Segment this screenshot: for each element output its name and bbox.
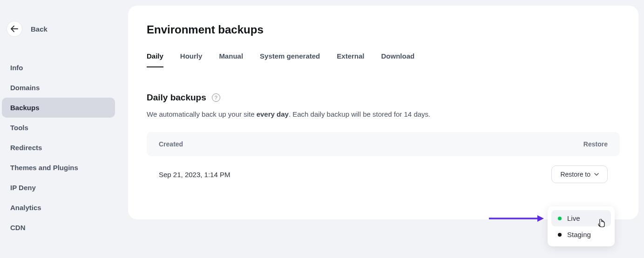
tab-system-generated[interactable]: System generated [260,49,320,67]
dropdown-option-live[interactable]: Live [551,210,611,226]
sidebar-item-backups[interactable]: Backups [2,98,115,118]
col-created: Created [159,140,183,148]
restore-dropdown: Live Staging [548,206,615,246]
chevron-down-icon [594,173,599,176]
table-row: Sep 21, 2023, 1:14 PM Restore to [147,156,620,183]
col-restore: Restore [583,140,608,148]
desc-suffix: . Each daily backup will be stored for 1… [289,110,430,118]
tab-manual[interactable]: Manual [219,49,243,67]
sidebar-item-cdn[interactable]: CDN [2,218,115,238]
tab-download[interactable]: Download [381,49,415,67]
section-title: Daily backups [147,93,206,103]
dropdown-option-label: Staging [567,231,591,238]
sidebar-item-domains[interactable]: Domains [2,78,115,98]
tab-hourly[interactable]: Hourly [180,49,203,67]
dropdown-option-staging[interactable]: Staging [551,226,611,243]
back-button[interactable]: Back [0,21,119,58]
status-dot-staging [558,233,562,237]
cell-created: Sep 21, 2023, 1:14 PM [159,171,230,179]
help-icon[interactable]: ? [212,93,220,102]
sidebar-item-tools[interactable]: Tools [2,118,115,138]
tab-daily[interactable]: Daily [147,49,163,67]
table-header: Created Restore [147,132,620,156]
sidebar-item-ip-deny[interactable]: IP Deny [2,178,115,198]
back-arrow-icon [7,21,22,37]
restore-to-button[interactable]: Restore to [551,165,608,183]
sidebar-item-themes-plugins[interactable]: Themes and Plugins [2,158,115,178]
section-header: Daily backups ? [147,93,620,103]
sidebar-item-info[interactable]: Info [2,58,115,78]
dropdown-option-label: Live [567,214,580,222]
back-label: Back [31,25,47,33]
sidebar-item-analytics[interactable]: Analytics [2,198,115,218]
restore-button-label: Restore to [560,171,590,178]
sidebar-item-redirects[interactable]: Redirects [2,138,115,158]
page-title: Environment backups [147,23,620,36]
content-card: Environment backups Daily Hourly Manual … [128,6,638,219]
tab-external[interactable]: External [337,49,364,67]
sidebar: Back Info Domains Backups Tools Redirect… [0,0,119,258]
tabs: Daily Hourly Manual System generated Ext… [147,49,620,67]
annotation-arrow [489,214,545,225]
sidebar-nav: Info Domains Backups Tools Redirects The… [0,58,119,238]
status-dot-live [558,217,562,220]
desc-bold: every day [257,110,289,118]
section-description: We automatically back up your site every… [147,110,620,118]
desc-prefix: We automatically back up your site [147,110,257,118]
